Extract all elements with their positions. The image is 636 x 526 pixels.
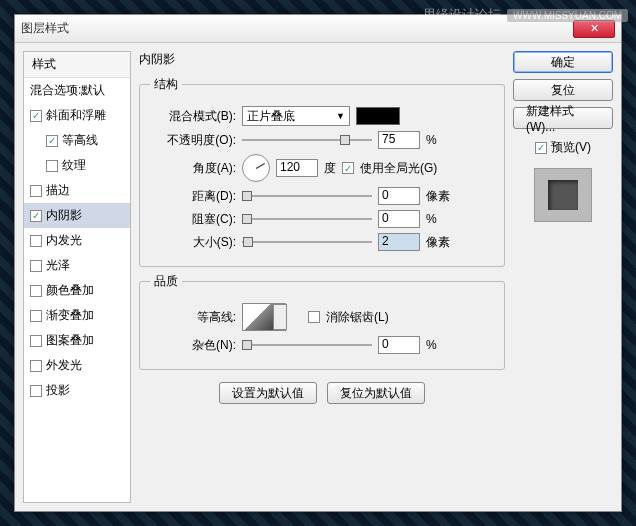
distance-input[interactable]: 0 xyxy=(378,187,420,205)
main-panel: 内阴影 结构 混合模式(B): 正片叠底 ▼ 不透明度(O): 75 % xyxy=(139,51,505,503)
sidebar-checkbox-10[interactable] xyxy=(30,360,42,372)
blend-mode-label: 混合模式(B): xyxy=(150,108,236,125)
sidebar-item-label: 颜色叠加 xyxy=(46,282,94,299)
sidebar-checkbox-7[interactable] xyxy=(30,285,42,297)
angle-input[interactable]: 120 xyxy=(276,159,318,177)
sidebar-item-0[interactable]: 斜面和浮雕 xyxy=(24,103,130,128)
antialias-label: 消除锯齿(L) xyxy=(326,309,389,326)
structure-group: 结构 混合模式(B): 正片叠底 ▼ 不透明度(O): 75 % 角 xyxy=(139,76,505,267)
angle-unit: 度 xyxy=(324,160,336,177)
opacity-input[interactable]: 75 xyxy=(378,131,420,149)
choke-unit: % xyxy=(426,212,437,226)
chevron-down-icon: ▼ xyxy=(336,111,345,121)
preview-swatch xyxy=(548,180,578,210)
sidebar-checkbox-6[interactable] xyxy=(30,260,42,272)
angle-dial[interactable] xyxy=(242,154,270,182)
size-unit: 像素 xyxy=(426,234,450,251)
choke-input[interactable]: 0 xyxy=(378,210,420,228)
opacity-slider[interactable] xyxy=(242,133,372,147)
sidebar-item-4[interactable]: 内阴影 xyxy=(24,203,130,228)
choke-label: 阻塞(C): xyxy=(150,211,236,228)
sidebar-item-label: 投影 xyxy=(46,382,70,399)
global-light-label: 使用全局光(G) xyxy=(360,160,437,177)
antialias-checkbox[interactable] xyxy=(308,311,320,323)
layer-style-dialog: 图层样式 ✕ 样式 混合选项:默认 斜面和浮雕等高线纹理描边内阴影内发光光泽颜色… xyxy=(14,14,622,512)
choke-slider[interactable] xyxy=(242,212,372,226)
sidebar-item-5[interactable]: 内发光 xyxy=(24,228,130,253)
sidebar-item-label: 光泽 xyxy=(46,257,70,274)
global-light-checkbox[interactable] xyxy=(342,162,354,174)
size-slider[interactable] xyxy=(242,235,372,249)
blend-mode-dropdown[interactable]: 正片叠底 ▼ xyxy=(242,106,350,126)
preview-thumbnail xyxy=(534,168,592,222)
sidebar-item-label: 内阴影 xyxy=(46,207,82,224)
sidebar-item-1[interactable]: 等高线 xyxy=(24,128,130,153)
sidebar-checkbox-2[interactable] xyxy=(46,160,58,172)
sidebar-item-label: 渐变叠加 xyxy=(46,307,94,324)
noise-input[interactable]: 0 xyxy=(378,336,420,354)
right-column: 确定 复位 新建样式(W)... 预览(V) xyxy=(513,51,613,503)
angle-label: 角度(A): xyxy=(150,160,236,177)
sidebar-checkbox-9[interactable] xyxy=(30,335,42,347)
sidebar-checkbox-8[interactable] xyxy=(30,310,42,322)
sidebar-checkbox-1[interactable] xyxy=(46,135,58,147)
panel-title: 内阴影 xyxy=(139,51,505,68)
sidebar-item-7[interactable]: 颜色叠加 xyxy=(24,278,130,303)
sidebar-checkbox-0[interactable] xyxy=(30,110,42,122)
size-input[interactable]: 2 xyxy=(378,233,420,251)
sidebar-checkbox-5[interactable] xyxy=(30,235,42,247)
quality-group: 品质 等高线: ▾ 消除锯齿(L) 杂色(N): 0 % xyxy=(139,273,505,370)
make-default-button[interactable]: 设置为默认值 xyxy=(219,382,317,404)
opacity-unit: % xyxy=(426,133,437,147)
sidebar-item-8[interactable]: 渐变叠加 xyxy=(24,303,130,328)
sidebar-item-label: 斜面和浮雕 xyxy=(46,107,106,124)
sidebar-item-label: 纹理 xyxy=(62,157,86,174)
sidebar-item-10[interactable]: 外发光 xyxy=(24,353,130,378)
sidebar-item-label: 描边 xyxy=(46,182,70,199)
watermark-text: 思缘设计论坛 xyxy=(423,6,501,24)
size-label: 大小(S): xyxy=(150,234,236,251)
sidebar-item-9[interactable]: 图案叠加 xyxy=(24,328,130,353)
sidebar-item-3[interactable]: 描边 xyxy=(24,178,130,203)
opacity-label: 不透明度(O): xyxy=(150,132,236,149)
noise-unit: % xyxy=(426,338,437,352)
structure-legend: 结构 xyxy=(150,76,182,93)
sidebar-item-2[interactable]: 纹理 xyxy=(24,153,130,178)
cancel-button[interactable]: 复位 xyxy=(513,79,613,101)
sidebar-item-label: 外发光 xyxy=(46,357,82,374)
noise-label: 杂色(N): xyxy=(150,337,236,354)
sidebar-checkbox-3[interactable] xyxy=(30,185,42,197)
distance-label: 距离(D): xyxy=(150,188,236,205)
sidebar-item-6[interactable]: 光泽 xyxy=(24,253,130,278)
distance-slider[interactable] xyxy=(242,189,372,203)
quality-legend: 品质 xyxy=(150,273,182,290)
preview-checkbox[interactable] xyxy=(535,142,547,154)
contour-label: 等高线: xyxy=(150,309,236,326)
new-style-button[interactable]: 新建样式(W)... xyxy=(513,107,613,129)
ok-button[interactable]: 确定 xyxy=(513,51,613,73)
sidebar-item-label: 图案叠加 xyxy=(46,332,94,349)
sidebar-checkbox-4[interactable] xyxy=(30,210,42,222)
shadow-color-swatch[interactable] xyxy=(356,107,400,125)
reset-default-button[interactable]: 复位为默认值 xyxy=(327,382,425,404)
preview-label: 预览(V) xyxy=(551,139,591,156)
distance-unit: 像素 xyxy=(426,188,450,205)
sidebar-blending-options[interactable]: 混合选项:默认 xyxy=(24,78,130,103)
sidebar-checkbox-11[interactable] xyxy=(30,385,42,397)
sidebar-item-11[interactable]: 投影 xyxy=(24,378,130,403)
styles-sidebar: 样式 混合选项:默认 斜面和浮雕等高线纹理描边内阴影内发光光泽颜色叠加渐变叠加图… xyxy=(23,51,131,503)
sidebar-item-label: 内发光 xyxy=(46,232,82,249)
contour-picker[interactable] xyxy=(242,303,274,331)
watermark-url: WWW.MISSYUAN.COM xyxy=(507,9,628,22)
noise-slider[interactable] xyxy=(242,338,372,352)
sidebar-header[interactable]: 样式 xyxy=(24,52,130,78)
sidebar-item-label: 等高线 xyxy=(62,132,98,149)
